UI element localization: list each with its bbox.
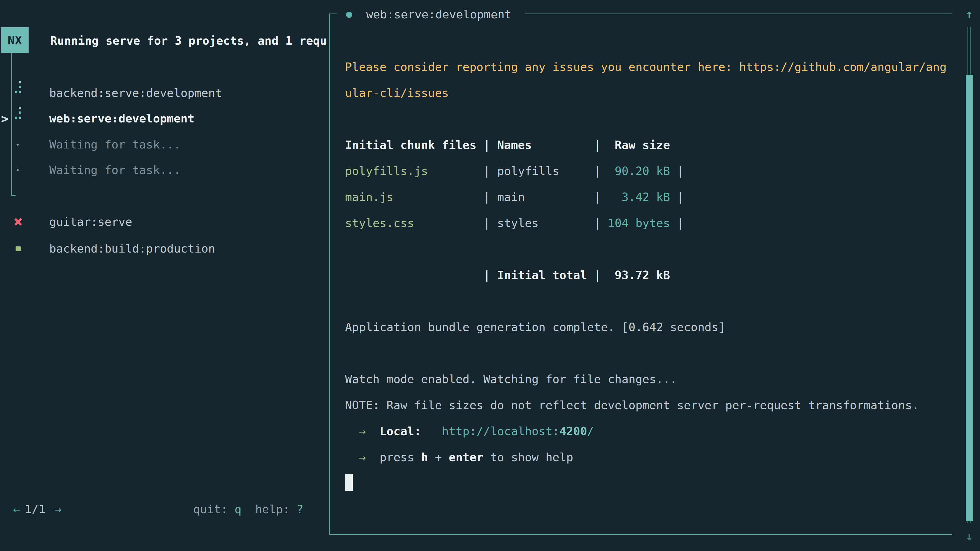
sidebar-task-web-serve-development[interactable]: web:serve:development [0, 106, 328, 132]
task-label: Waiting for task... [49, 132, 181, 158]
local-url-port[interactable]: 4200 [559, 424, 587, 438]
failed-x-icon [13, 209, 24, 235]
success-square-icon [13, 236, 24, 262]
terminal-line [345, 236, 947, 262]
nx-terminal-ui: NX Running serve for 3 projects, and 1 r… [0, 0, 980, 551]
running-status-bullet-icon [346, 12, 352, 18]
terminal-output: Please consider reporting any issues you… [345, 54, 947, 470]
nx-logo: NX [1, 27, 29, 53]
scroll-up-icon[interactable]: ↑ [962, 1, 977, 27]
task-label: Waiting for task... [49, 157, 181, 183]
terminal-line [345, 106, 947, 132]
panel-border-top-stub [329, 14, 337, 14]
panel-border-left [329, 14, 330, 535]
task-label: backend:serve:development [49, 80, 222, 106]
terminal-cursor [345, 474, 353, 491]
terminal-line: Watch mode enabled. Watching for file ch… [345, 366, 947, 392]
terminal-line: Initial chunk files | Names | Raw size [345, 132, 947, 158]
panel-title: web:serve:development [366, 2, 511, 27]
spinner-icon [13, 80, 24, 106]
task-label: backend:build:production [49, 236, 215, 262]
sidebar-header: Running serve for 3 projects, and 1 requ [50, 28, 327, 54]
help-key: ? [297, 496, 304, 522]
terminal-line [345, 340, 947, 366]
scroll-down-icon[interactable]: ↓ [962, 523, 977, 549]
spinner-icon [13, 106, 24, 132]
panel-border-bottom [329, 534, 952, 535]
task-tree-corner [11, 195, 16, 196]
terminal-line: styles.css | styles | 104 bytes | [345, 210, 947, 236]
terminal-line: Application bundle generation complete. … [345, 314, 947, 340]
terminal-line: ular-cli/issues [345, 80, 947, 106]
terminal-line: → press h + enter to show help [345, 445, 947, 470]
sidebar-task-backend-serve-development[interactable]: backend:serve:development [0, 80, 328, 106]
scrollbar-thumb[interactable] [966, 75, 973, 521]
terminal-line [345, 288, 947, 314]
terminal-line: main.js | main | 3.42 kB | [345, 184, 947, 210]
quit-hint-label: quit: [193, 496, 228, 522]
sidebar-task-backend-build-production[interactable]: backend:build:production [0, 236, 328, 262]
previous-page-button[interactable]: ← [13, 496, 20, 522]
terminal-line: polyfills.js | polyfills | 90.20 kB | [345, 158, 947, 184]
panel-border-top [525, 14, 953, 14]
task-label: guitar:serve [49, 209, 132, 235]
next-page-button[interactable]: → [54, 496, 61, 522]
quit-key: q [234, 496, 242, 522]
pending-dot-icon [13, 157, 24, 183]
terminal-line: Please consider reporting any issues you… [345, 54, 947, 80]
sidebar-task-guitar-serve[interactable]: guitar:serve [0, 209, 328, 235]
sidebar-task-waiting-for-task[interactable]: Waiting for task... [0, 132, 328, 158]
page-indicator: 1/1 [25, 496, 45, 522]
sidebar-task-waiting-for-task[interactable]: Waiting for task... [0, 157, 328, 183]
local-url[interactable]: http://localhost: [442, 424, 559, 438]
pending-dot-icon [13, 132, 24, 158]
terminal-line: NOTE: Raw file sizes do not reflect deve… [345, 392, 947, 418]
terminal-line: | Initial total | 93.72 kB [345, 262, 947, 288]
terminal-line: → Local: http://localhost:4200/ [345, 418, 947, 445]
help-hint-label: help: [255, 496, 290, 522]
task-label: web:serve:development [49, 106, 194, 132]
